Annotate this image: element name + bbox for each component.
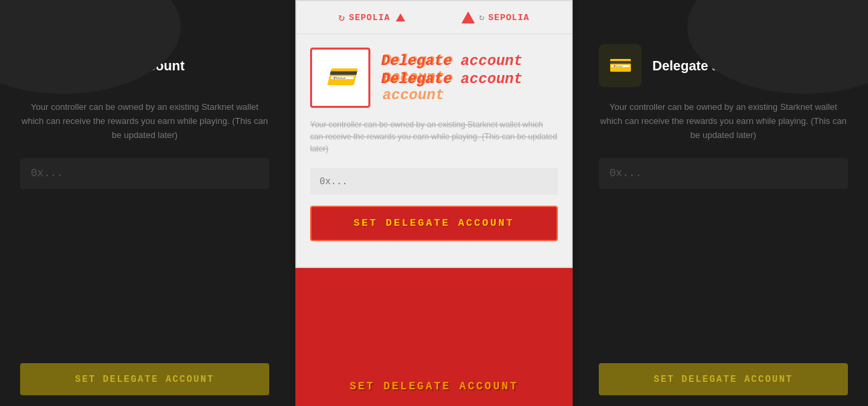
- left-panel: ↻ SEPOLIA 💳 Delegate account Your contro…: [0, 0, 289, 406]
- modal-network-label-right: SEPOLIA: [488, 13, 530, 23]
- modal-left-sync-icon: ↻: [338, 11, 345, 24]
- modal-delegate-icon: 💳: [326, 63, 356, 92]
- modal-card-title-line1: Delegate account: [381, 53, 522, 70]
- right-set-delegate-button[interactable]: SET DELEGATE ACCOUNT: [599, 363, 848, 395]
- right-card-title: Delegate account: [652, 58, 764, 74]
- modal-header: ↻ SEPOLIA ↻ SEPOLIA: [297, 1, 571, 34]
- left-delegate-icon: 💳: [30, 54, 54, 77]
- modal-title-stack: Delegate account Delegate account: [381, 48, 522, 88]
- modal-set-delegate-button[interactable]: SET DELEGATE ACCOUNT: [310, 206, 558, 241]
- modal-body: 💳 Delegate account Delegate account Your…: [297, 34, 571, 267]
- right-delegate-icon: 💳: [609, 54, 632, 77]
- left-icon-title-row: 💳 Delegate account: [20, 44, 269, 87]
- right-network-label: SEPOLIA: [709, 11, 750, 21]
- right-sync-icon: ↻: [697, 8, 705, 23]
- modal-left-triangle-icon: [396, 13, 405, 21]
- modal-right-triangle-icon: [461, 11, 475, 23]
- right-footer: SET DELEGATE ACCOUNT: [592, 352, 855, 406]
- modal-card: ↻ SEPOLIA ↻ SEPOLIA 💳 Delegate account D…: [295, 0, 573, 268]
- modal-bottom-text: SET DELEGATE ACCOUNT: [350, 381, 518, 393]
- right-network-badge: ↻ SEPOLIA: [697, 0, 749, 31]
- left-footer: SET DELEGATE ACCOUNT: [13, 352, 276, 406]
- modal-description: Your controller can be owned by an exist…: [310, 119, 558, 155]
- middle-panel: ↻ SEPOLIA ↻ SEPOLIA 💳 Delegate account D…: [289, 0, 579, 406]
- modal-right-sync-icon: ↻: [479, 12, 484, 23]
- modal-bottom-red-section: SET DELEGATE ACCOUNT: [295, 268, 573, 406]
- left-network-badge: ↻ SEPOLIA: [119, 0, 171, 31]
- left-sync-icon: ↻: [119, 8, 126, 23]
- left-address-input[interactable]: [20, 158, 269, 189]
- modal-address-input[interactable]: [310, 168, 558, 195]
- left-network-label: SEPOLIA: [130, 11, 171, 21]
- modal-network-left: ↻ SEPOLIA: [338, 11, 405, 24]
- modal-card-title-line2: Delegate account: [381, 71, 522, 88]
- right-panel: ↻ SEPOLIA 💳 Delegate account Your contro…: [579, 0, 868, 406]
- right-icon-title-row: 💳 Delegate account: [599, 44, 848, 87]
- modal-network-label-left: SEPOLIA: [349, 13, 390, 23]
- left-card-content: 💳 Delegate account Your controller can b…: [13, 31, 276, 352]
- left-description: Your controller can be owned by an exist…: [20, 100, 269, 142]
- modal-delegate-icon-box: 💳: [310, 48, 370, 108]
- left-delegate-icon-box: 💳: [20, 44, 63, 87]
- left-card-title: Delegate account: [74, 58, 185, 74]
- right-card-content: 💳 Delegate account Your controller can b…: [592, 31, 855, 352]
- right-description: Your controller can be owned by an exist…: [599, 100, 848, 142]
- left-set-delegate-button[interactable]: SET DELEGATE ACCOUNT: [20, 363, 269, 395]
- modal-icon-title-row: 💳 Delegate account Delegate account: [310, 48, 558, 108]
- modal-network-right: ↻ SEPOLIA: [461, 11, 529, 24]
- right-address-input[interactable]: [599, 158, 848, 189]
- right-delegate-icon-box: 💳: [599, 44, 642, 87]
